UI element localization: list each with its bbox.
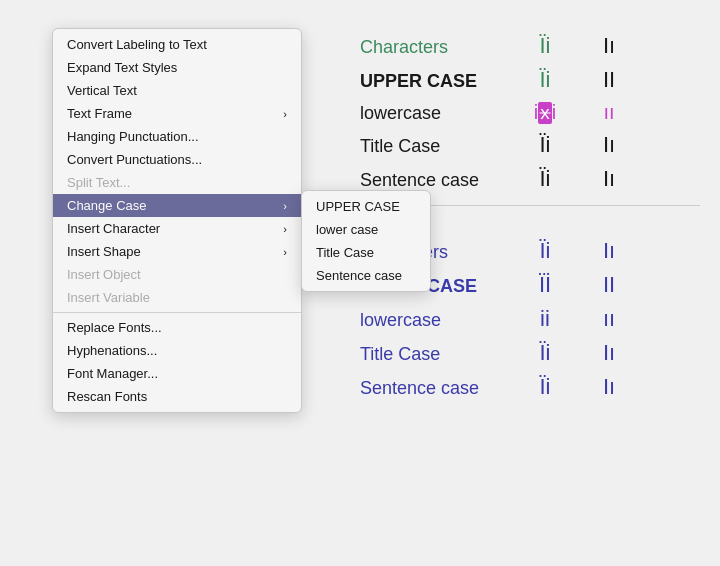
row-char2-upper-case: II (584, 67, 634, 93)
submenu-item-label: Title Case (316, 245, 374, 260)
row-char1-title-case: Ïi (520, 132, 570, 158)
char-i2-magenta: i (552, 101, 556, 123)
menu-item-label: Rescan Fonts (67, 389, 147, 404)
row-characters: Characters Ïi Iı (360, 30, 700, 62)
actual-row-label-sentence-case: Sentence case (360, 378, 520, 399)
submenu-item-upper-case[interactable]: UPPER CASE (302, 195, 430, 218)
char-x-highlight: x (538, 102, 552, 124)
menu-item-text-frame[interactable]: Text Frame › (53, 102, 301, 125)
actual-row-label-lowercase: lowercase (360, 310, 520, 331)
row-label-sentence-case: Sentence case (360, 170, 520, 191)
actual-row-lowercase: lowercase ii ıı (360, 303, 700, 335)
submenu-item-label: lower case (316, 222, 378, 237)
actual-char1-characters: Ïi (520, 238, 570, 264)
menu-item-change-case[interactable]: Change Case › UPPER CASE lower case Titl… (53, 194, 301, 217)
character-shape-section: Characters Ïi Iı UPPER CASE Ïi II lowerc… (360, 30, 700, 195)
actual-row-sentence-case: Sentence case Ïi Iı (360, 371, 700, 403)
menu-item-convert-labeling[interactable]: Convert Labeling to Text (53, 33, 301, 56)
menu-item-expand-text-styles[interactable]: Expand Text Styles (53, 56, 301, 79)
menu-item-vertical-text[interactable]: Vertical Text (53, 79, 301, 102)
menu-item-hyphenations[interactable]: Hyphenations... (53, 339, 301, 362)
actual-char2-characters: Iı (584, 238, 634, 264)
menu-item-label: Replace Fonts... (67, 320, 162, 335)
row-label-title-case: Title Case (360, 136, 520, 157)
menu-item-label: Font Manager... (67, 366, 158, 381)
row-upper-case: UPPER CASE Ïi II (360, 64, 700, 96)
menu-item-label: Change Case (67, 198, 147, 213)
row-char1-lowercase: ixi (520, 101, 570, 124)
menu-item-insert-character[interactable]: Insert Character › (53, 217, 301, 240)
submenu-item-lower-case[interactable]: lower case (302, 218, 430, 241)
menu-item-label: Hanging Punctuation... (67, 129, 199, 144)
change-case-submenu: UPPER CASE lower case Title Case Sentenc… (301, 190, 431, 292)
menu-item-convert-punctuations[interactable]: Convert Punctuations... (53, 148, 301, 171)
menu-item-label: Insert Character (67, 221, 160, 236)
row-char1-upper-case: Ïi (520, 67, 570, 93)
actual-char2-title-case: Iı (584, 340, 634, 366)
actual-row-title-case: Title Case Ïi Iı (360, 337, 700, 369)
menu-item-label: Vertical Text (67, 83, 137, 98)
submenu-arrow-icon: › (283, 200, 287, 212)
menu-item-label: Insert Variable (67, 290, 150, 305)
row-label-upper-case: UPPER CASE (360, 71, 520, 92)
menu-item-label: Insert Shape (67, 244, 141, 259)
actual-char1-lowercase: ii (520, 306, 570, 332)
menu-item-label: Text Frame (67, 106, 132, 121)
menu-item-label: Split Text... (67, 175, 130, 190)
row-char1-characters: Ïi (520, 33, 570, 59)
menu-item-rescan-fonts[interactable]: Rescan Fonts (53, 385, 301, 408)
actual-char2-lowercase: ıı (584, 306, 634, 332)
menu-item-insert-variable: Insert Variable (53, 286, 301, 309)
submenu-arrow-icon: › (283, 223, 287, 235)
row-char2-sentence-case: Iı (584, 166, 634, 192)
menu-item-insert-object: Insert Object (53, 263, 301, 286)
row-lowercase: lowercase ixi ıı (360, 98, 700, 127)
submenu-item-title-case[interactable]: Title Case (302, 241, 430, 264)
row-char2-lowercase: ıı (584, 101, 634, 124)
actual-row-label-title-case: Title Case (360, 344, 520, 365)
submenu-arrow-icon: › (283, 108, 287, 120)
menu-item-label: Convert Punctuations... (67, 152, 202, 167)
submenu-item-sentence-case[interactable]: Sentence case (302, 264, 430, 287)
menu-item-label: Hyphenations... (67, 343, 157, 358)
row-char2-characters: Iı (584, 33, 634, 59)
menu-item-hanging-punctuation[interactable]: Hanging Punctuation... (53, 125, 301, 148)
context-menu: Convert Labeling to Text Expand Text Sty… (52, 28, 302, 413)
submenu-item-label: Sentence case (316, 268, 402, 283)
row-title-case: Title Case Ïi Iı (360, 129, 700, 161)
actual-char2-upper-case: II (584, 272, 634, 298)
menu-item-label: Expand Text Styles (67, 60, 177, 75)
submenu-item-label: UPPER CASE (316, 199, 400, 214)
actual-char1-upper-case: Ïİ (520, 272, 570, 298)
menu-item-label: Insert Object (67, 267, 141, 282)
menu-item-split-text: Split Text... (53, 171, 301, 194)
row-char2-title-case: Iı (584, 132, 634, 158)
menu-divider (53, 312, 301, 313)
actual-char1-title-case: Ïi (520, 340, 570, 366)
menu-item-replace-fonts[interactable]: Replace Fonts... (53, 316, 301, 339)
submenu-arrow-icon: › (283, 246, 287, 258)
menu-item-label: Convert Labeling to Text (67, 37, 207, 52)
menu-item-insert-shape[interactable]: Insert Shape › (53, 240, 301, 263)
actual-char2-sentence-case: Iı (584, 374, 634, 400)
row-char1-sentence-case: Ïi (520, 166, 570, 192)
menu-item-font-manager[interactable]: Font Manager... (53, 362, 301, 385)
row-label-lowercase: lowercase (360, 103, 520, 124)
actual-char1-sentence-case: Ïi (520, 374, 570, 400)
row-label-characters: Characters (360, 37, 520, 58)
